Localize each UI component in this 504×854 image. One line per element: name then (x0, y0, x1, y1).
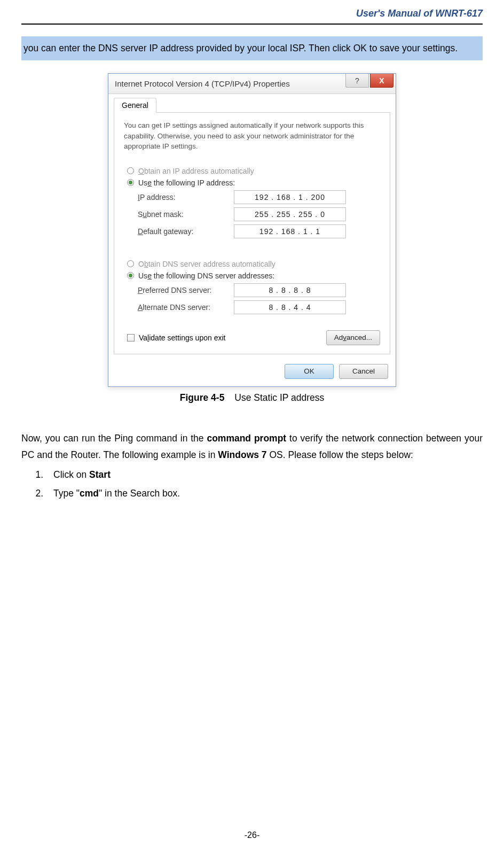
steps-list: Click on Start Type "cmd" in the Search … (21, 466, 483, 503)
cancel-button[interactable]: Cancel (339, 364, 388, 379)
step-1: Click on Start (46, 466, 483, 484)
tab-content: You can get IP settings assigned automat… (114, 112, 390, 354)
pref-dns-label: Preferred DNS server: (138, 286, 234, 294)
radio-use-dns[interactable]: Use the following DNS server addresses: (127, 271, 380, 280)
checkbox-icon (127, 334, 135, 341)
radio-icon-selected (127, 179, 134, 186)
radio-icon (127, 260, 134, 267)
dns-group: Obtain DNS server address automatically … (124, 253, 380, 324)
close-button[interactable]: X (370, 74, 393, 88)
subnet-row: Subnet mask: 255 . 255 . 255 . 0 (138, 207, 380, 221)
gateway-row: Default gateway: 192 . 168 . 1 . 1 (138, 224, 380, 238)
alt-dns-input[interactable]: 8 . 8 . 4 . 4 (234, 300, 346, 314)
step-text: Click on (53, 469, 89, 480)
intro-text: You can get IP settings assigned automat… (124, 120, 380, 152)
dialog-footer: OK Cancel (108, 360, 396, 386)
radio-label: Use the following DNS server addresses: (138, 271, 274, 280)
gateway-label: Default gateway: (138, 227, 234, 236)
para-text: OS. Please follow the steps below: (267, 449, 413, 460)
step-bold: Start (89, 469, 111, 480)
radio-label: Use the following IP address: (138, 178, 235, 187)
help-button[interactable]: ? (345, 74, 369, 88)
header-rule (21, 24, 483, 25)
page-header-title: User's Manual of WNRT-617 (21, 0, 483, 24)
highlight-note: you can enter the DNS server IP address … (21, 36, 483, 60)
step-text: " in the Search box. (99, 488, 180, 499)
figure-text: Use Static IP address (234, 392, 324, 403)
radio-icon-selected (127, 272, 134, 279)
radio-label: Obtain DNS server address automatically (138, 260, 275, 268)
ip-group: Obtain an IP address automatically Use t… (124, 160, 380, 248)
pref-dns-input[interactable]: 8 . 8 . 8 . 8 (234, 283, 346, 297)
radio-obtain-dns-auto[interactable]: Obtain DNS server address automatically (127, 260, 380, 268)
figure-caption: Figure 4-5 Use Static IP address (21, 392, 483, 403)
page-number: -26- (0, 830, 504, 840)
advanced-button[interactable]: Advanced... (326, 330, 380, 345)
ip-address-input[interactable]: 192 . 168 . 1 . 200 (234, 190, 346, 204)
ok-button[interactable]: OK (285, 364, 334, 379)
dialog-title: Internet Protocol Version 4 (TCP/IPv4) P… (115, 79, 290, 88)
subnet-input[interactable]: 255 . 255 . 255 . 0 (234, 207, 346, 221)
ip-address-label: IP address: (138, 193, 234, 201)
para-bold: Windows 7 (218, 449, 266, 460)
alt-dns-label: Alternate DNS server: (138, 303, 234, 312)
subnet-label: Subnet mask: (138, 210, 234, 219)
ipv4-properties-dialog: Internet Protocol Version 4 (TCP/IPv4) P… (108, 73, 396, 387)
radio-obtain-ip-auto[interactable]: Obtain an IP address automatically (127, 167, 380, 175)
radio-label: Obtain an IP address automatically (138, 167, 254, 175)
gateway-input[interactable]: 192 . 168 . 1 . 1 (234, 224, 346, 238)
alt-dns-row: Alternate DNS server: 8 . 8 . 4 . 4 (138, 300, 380, 314)
validate-label: Validate settings upon exit (139, 333, 225, 342)
pref-dns-row: Preferred DNS server: 8 . 8 . 8 . 8 (138, 283, 380, 297)
radio-use-ip[interactable]: Use the following IP address: (127, 178, 380, 187)
radio-icon (127, 167, 134, 174)
step-text: Type " (53, 488, 80, 499)
step-bold: cmd (80, 488, 99, 499)
dialog-screenshot: Internet Protocol Version 4 (TCP/IPv4) P… (21, 73, 483, 387)
ip-address-row: IP address: 192 . 168 . 1 . 200 (138, 190, 380, 204)
figure-number: Figure 4-5 (180, 392, 225, 403)
instruction-paragraph: Now, you can run the Ping command in the… (21, 430, 483, 463)
step-2: Type "cmd" in the Search box. (46, 485, 483, 502)
para-bold: command prompt (207, 433, 286, 444)
tab-bar: General (108, 94, 396, 112)
para-text: Now, you can run the Ping command in the (21, 433, 207, 444)
dialog-titlebar: Internet Protocol Version 4 (TCP/IPv4) P… (108, 74, 396, 94)
tab-general[interactable]: General (114, 98, 156, 113)
